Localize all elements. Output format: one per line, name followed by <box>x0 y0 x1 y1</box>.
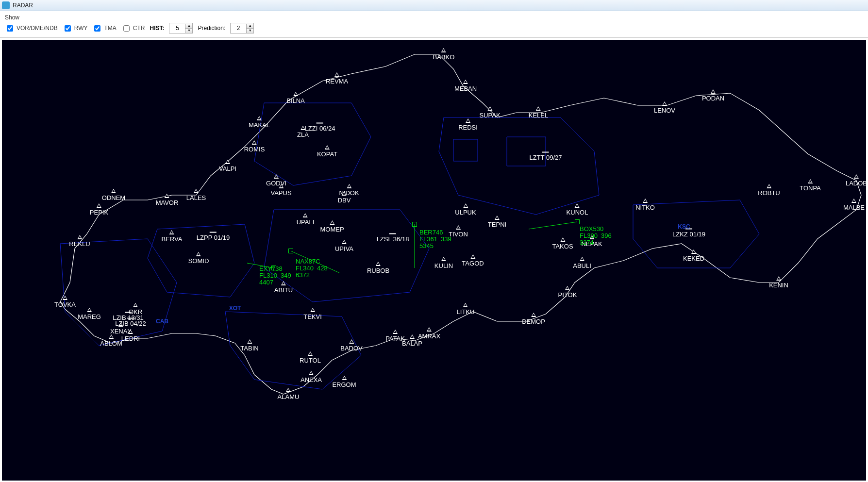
runway-lzib04: LZIB 04/22 <box>115 318 146 327</box>
runway-label: LZTT 09/27 <box>530 154 562 161</box>
aircraft-squawk: 3274 <box>580 239 612 246</box>
checkbox-ctr-label: CTR <box>133 25 145 32</box>
tma-overlay <box>60 103 759 389</box>
window-titlebar: RADAR <box>0 0 868 11</box>
hist-up-button[interactable]: ▲ <box>185 24 192 29</box>
prediction-up-button[interactable]: ▲ <box>247 24 253 29</box>
aircraft-squawk: 5345 <box>419 243 451 249</box>
prediction-spinner[interactable]: ▲ ▼ <box>230 23 254 33</box>
checkbox-tma-label: TMA <box>104 25 116 32</box>
prediction-down-button[interactable]: ▼ <box>247 29 253 33</box>
window-title: RADAR <box>13 2 33 9</box>
checkbox-vor-input[interactable] <box>7 25 13 32</box>
aircraft-label-box530[interactable]: BOX530FL300 3963274 <box>580 226 612 246</box>
runway-icon <box>317 123 323 124</box>
runway-label: LZKZ 01/19 <box>672 231 705 238</box>
aircraft-squawk: 6372 <box>296 272 328 279</box>
checkbox-rwy[interactable]: RWY <box>63 24 88 33</box>
navaid-cab: CAB <box>156 318 168 325</box>
aircraft-fl-gs: FL300 396 <box>580 233 612 239</box>
radar-svg <box>2 40 866 481</box>
runway-label: LZIB 04/22 <box>115 320 146 327</box>
aircraft-callsign: NAX87C <box>296 258 328 265</box>
aircraft-callsign: BER746 <box>419 229 451 236</box>
toolbar-row: VOR/DME/NDB RWY TMA CTR HIST: ▲ ▼ Predic… <box>5 23 863 33</box>
checkbox-rwy-label: RWY <box>74 25 88 32</box>
runway-icon <box>210 232 217 233</box>
aircraft-fl-gs: FL310 349 <box>259 272 291 279</box>
aircraft-fl-gs: FL361 339 <box>419 236 451 243</box>
runway-lzzi: LZZI 06/24 <box>305 123 335 132</box>
hist-spinner[interactable]: ▲ ▼ <box>169 23 193 33</box>
toolbar-group-label: Show <box>5 14 863 21</box>
fir-border <box>60 54 861 394</box>
runway-icon <box>389 233 396 234</box>
aircraft-label-nax87c[interactable]: NAX87CFL340 4286372 <box>296 258 328 279</box>
aircraft-symbol-nax87c[interactable] <box>288 249 293 253</box>
runway-lzsl: LZSL 36/18 <box>377 233 409 243</box>
checkbox-ctr-input[interactable] <box>123 25 130 32</box>
navaid-xot: XOT <box>229 305 241 312</box>
hist-label: HIST: <box>150 25 164 32</box>
runway-icon <box>125 312 132 313</box>
runway-lzpp: LZPP 01/19 <box>197 232 230 241</box>
aircraft-vector-box530 <box>529 222 577 229</box>
prediction-input[interactable] <box>231 24 246 33</box>
hist-input[interactable] <box>169 24 185 33</box>
checkbox-vor[interactable]: VOR/DME/NDB <box>5 24 58 33</box>
radar-display[interactable]: BABKOREVMAMEBANBILNAPODANLENOVKELELSUPAK… <box>2 40 866 481</box>
aircraft-callsign: EXY738 <box>259 266 291 272</box>
aircraft-symbol-box530[interactable] <box>575 219 580 224</box>
runway-lztt: LZTT 09/27 <box>530 152 562 161</box>
app-icon <box>2 1 10 9</box>
aircraft-squawk: 4407 <box>259 279 291 286</box>
aircraft-label-ber746[interactable]: BER746FL361 3395345 <box>419 229 451 249</box>
runway-label: LZZI 06/24 <box>305 125 335 132</box>
hist-down-button[interactable]: ▼ <box>185 29 192 33</box>
aircraft-symbol-ber746[interactable] <box>412 222 417 227</box>
aircraft-fl-gs: FL340 428 <box>296 265 328 272</box>
runway-label: LZSL 36/18 <box>377 235 409 243</box>
checkbox-tma-input[interactable] <box>94 25 100 32</box>
runway-icon <box>542 152 549 153</box>
checkbox-rwy-input[interactable] <box>65 25 71 32</box>
toolbar: Show VOR/DME/NDB RWY TMA CTR HIST: ▲ ▼ P… <box>0 11 868 38</box>
checkbox-tma[interactable]: TMA <box>92 24 116 33</box>
runway-icon <box>127 318 134 319</box>
aircraft-label-exy738[interactable]: EXY738FL310 3494407 <box>259 266 291 286</box>
runway-label: LZPP 01/19 <box>197 234 230 241</box>
aircraft-callsign: BOX530 <box>580 226 612 233</box>
navaid-ksc: KSC <box>678 223 690 230</box>
checkbox-ctr[interactable]: CTR <box>121 24 145 33</box>
prediction-label: Prediction: <box>198 25 225 32</box>
checkbox-vor-label: VOR/DME/NDB <box>17 25 58 32</box>
